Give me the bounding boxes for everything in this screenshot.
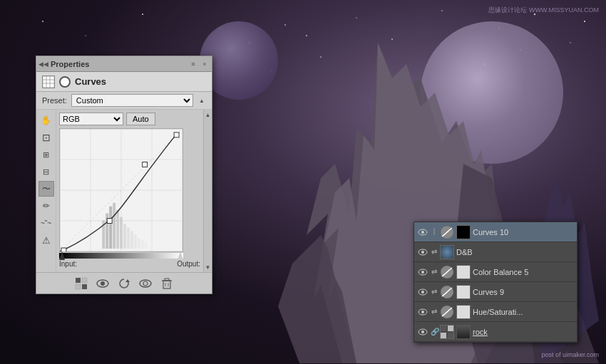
gray-eyedropper-btn[interactable]: ⊞	[38, 147, 54, 162]
eye-huesaturation[interactable]	[417, 306, 428, 318]
panel-title-area: ◀◀ Properties	[39, 60, 89, 68]
pixel-grid-icon	[75, 277, 88, 290]
thumb-hue-adj	[440, 305, 454, 319]
svg-rect-35	[109, 207, 112, 249]
svg-rect-38	[120, 217, 123, 249]
curves-adj-icon	[440, 225, 454, 239]
post-label-text: post of uimaker.com	[541, 351, 599, 358]
svg-point-51	[101, 281, 105, 286]
cp-end[interactable]	[174, 132, 179, 137]
visibility-btn[interactable]	[138, 276, 153, 291]
svg-rect-37	[116, 210, 119, 249]
layers-panel: Curves 10 ⇄ D&B ⇄	[414, 222, 577, 343]
svg-rect-46	[76, 278, 81, 283]
svg-point-6	[356, 17, 356, 18]
panel-body: ✋ ⊡ ⊞ ⊟ 〜 ✏ ~˜~ ⚠ RGB Red Green Blue Aut…	[36, 110, 212, 272]
channel-select[interactable]: RGB Red Green Blue	[59, 113, 123, 125]
layer-row-rock[interactable]: 🔗 rock	[414, 322, 577, 342]
panel-menu-btn[interactable]: ≡	[189, 60, 197, 68]
link-curves9: ⇄	[431, 288, 438, 296]
view-mode-btn[interactable]	[95, 276, 111, 291]
post-label: post of uimaker.com	[541, 351, 599, 358]
svg-rect-44	[141, 240, 144, 249]
link-db: ⇄	[431, 248, 438, 256]
io-row: Input: Output:	[59, 259, 200, 269]
pencil-tool-btn[interactable]: ✏	[38, 198, 54, 214]
warning-tool-btn[interactable]: ⚠	[38, 232, 54, 248]
svg-marker-52	[125, 279, 130, 282]
double-arrow-btn[interactable]: ◀◀	[39, 60, 48, 68]
mask-curves10	[456, 225, 471, 239]
hand-tool-btn[interactable]: ✋	[38, 113, 54, 128]
preset-label: Preset:	[42, 96, 67, 105]
eye-curves9[interactable]	[417, 286, 428, 298]
pixel-grid-btn[interactable]	[73, 276, 89, 291]
reset-btn[interactable]	[116, 276, 132, 291]
eye-curves10[interactable]	[417, 227, 428, 238]
link-curves10	[431, 228, 438, 236]
svg-point-0	[42, 21, 43, 22]
thumb-rock-grid	[440, 325, 454, 339]
svg-point-4	[284, 24, 286, 26]
scroll-down-btn[interactable]: ▼	[205, 264, 212, 271]
delete-btn[interactable]	[159, 276, 175, 291]
thumb-rock-img	[456, 325, 471, 339]
svg-rect-42	[134, 234, 137, 249]
panel-controls: ≡ ×	[189, 60, 209, 68]
mask-colorbalance5	[456, 265, 471, 279]
curve-graph[interactable]	[59, 128, 183, 252]
output-label: Output:	[177, 260, 200, 268]
panel-close-btn[interactable]: ×	[200, 60, 209, 68]
svg-point-76	[421, 331, 424, 333]
cp-mid-high[interactable]	[143, 162, 148, 167]
gradient-slider	[59, 253, 183, 259]
visibility-icon	[139, 277, 152, 290]
eye-icon-rock	[418, 328, 428, 336]
preset-select[interactable]: Custom	[71, 94, 193, 107]
svg-point-1	[85, 35, 86, 36]
curves-grid-icon	[42, 76, 55, 88]
thumb-curves9-adj	[440, 285, 454, 299]
layer-name-huesaturation: Hue/Saturati...	[473, 308, 574, 316]
circle-icon	[59, 76, 71, 88]
curves9-adj-icon	[440, 285, 454, 299]
reset-icon	[118, 277, 130, 290]
smooth-tool-btn[interactable]: ~˜~	[38, 215, 54, 231]
eye-icon-cb5	[418, 269, 428, 276]
eye-icon-curves10	[418, 229, 428, 236]
watermark-text2: WWW.MISSYUAN.COM	[529, 6, 599, 14]
scroll-up-btn[interactable]: ▲	[205, 111, 212, 118]
bottom-toolbar	[36, 272, 212, 293]
black-eyedropper-btn[interactable]: ⊡	[38, 130, 54, 145]
mask-huesaturation	[456, 305, 471, 319]
svg-point-65	[421, 251, 424, 254]
thumb-colorbalance5-adj	[440, 265, 454, 279]
cp-mid-low[interactable]	[107, 219, 112, 224]
eye-db[interactable]	[417, 246, 428, 258]
link-colorbalance5: ⇄	[431, 268, 438, 276]
curve-tool-btn[interactable]: 〜	[38, 181, 54, 197]
left-toolbar: ✋ ⊡ ⊞ ⊟ 〜 ✏ ~˜~ ⚠	[36, 110, 56, 272]
svg-rect-80	[448, 333, 453, 338]
curve-svg	[60, 129, 183, 251]
black-slider-handle[interactable]	[59, 251, 65, 260]
layer-row-colorbalance5[interactable]: ⇄ Color Balance 5	[414, 262, 577, 282]
svg-rect-78	[448, 326, 453, 331]
layer-row-curves10[interactable]: Curves 10	[414, 222, 577, 242]
auto-btn[interactable]: Auto	[126, 113, 155, 125]
svg-rect-41	[130, 231, 133, 249]
layer-row-db[interactable]: ⇄ D&B	[414, 242, 577, 262]
input-label: Input:	[59, 260, 77, 268]
layer-row-curves9[interactable]: ⇄ Curves 9	[414, 282, 577, 302]
layer-row-huesaturation[interactable]: ⇄ Hue/Saturati...	[414, 302, 577, 322]
white-slider-handle[interactable]	[178, 251, 183, 260]
cp-start[interactable]	[61, 248, 66, 251]
right-scrollbar[interactable]: ▲ ▼	[203, 110, 212, 272]
curve-area: RGB Red Green Blue Auto	[56, 110, 203, 272]
eye-rock[interactable]	[417, 326, 428, 338]
layer-name-curves10: Curves 10	[473, 228, 574, 236]
eye-colorbalance5[interactable]	[417, 266, 428, 278]
thumb-curves10-adj	[440, 225, 454, 239]
scroll-up-arrow[interactable]: ▲	[197, 96, 206, 105]
white-eyedropper-btn[interactable]: ⊟	[38, 164, 54, 180]
